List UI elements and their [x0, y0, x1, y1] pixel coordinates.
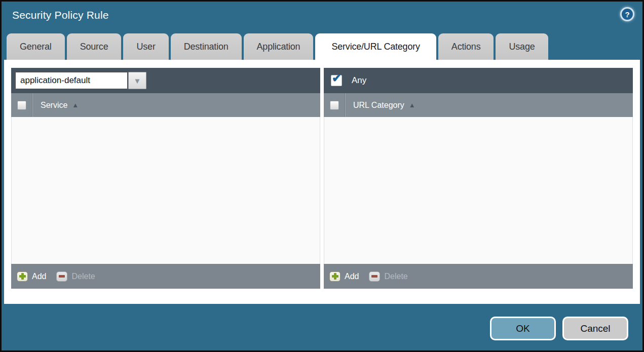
service-type-dropdown-button[interactable]: ▼ [128, 72, 146, 89]
delete-minus-icon [369, 271, 380, 282]
tab-destination[interactable]: Destination [171, 33, 242, 60]
chevron-down-icon: ▼ [134, 76, 141, 85]
url-category-delete-button[interactable]: Delete [369, 271, 407, 282]
tab-user[interactable]: User [123, 33, 168, 60]
ok-button[interactable]: OK [490, 317, 556, 340]
add-plus-icon [17, 271, 28, 282]
tab-source[interactable]: Source [67, 33, 122, 60]
url-category-table-footer: Add Delete [324, 264, 633, 289]
tab-usage[interactable]: Usage [496, 33, 548, 60]
delete-minus-icon [56, 271, 67, 282]
url-category-select-all-cell[interactable] [324, 93, 345, 117]
url-category-select-all-checkbox[interactable] [330, 101, 339, 110]
url-category-any-toggle[interactable]: ✔ Any [331, 75, 366, 86]
sort-ascending-icon[interactable]: ▲ [72, 101, 79, 109]
tab-actions[interactable]: Actions [438, 33, 494, 60]
tab-content: ▼ Service ▲ Add Delete [4, 60, 640, 304]
sort-ascending-icon[interactable]: ▲ [409, 101, 415, 109]
service-select-all-cell[interactable] [11, 93, 32, 117]
service-table-footer: Add Delete [11, 264, 320, 289]
url-category-table-body[interactable] [324, 117, 633, 264]
url-category-column-header[interactable]: URL Category [353, 101, 404, 110]
security-policy-rule-dialog: Security Policy Rule ? General Source Us… [0, 0, 644, 352]
tab-service-url-category[interactable]: Service/URL Category [315, 33, 436, 60]
url-category-panel: ✔ Any URL Category ▲ Add [324, 68, 633, 289]
service-column-header[interactable]: Service [41, 101, 67, 110]
tab-application[interactable]: Application [244, 33, 314, 60]
service-type-bar: ▼ [11, 68, 320, 93]
cancel-button[interactable]: Cancel [562, 317, 628, 340]
service-delete-button[interactable]: Delete [56, 271, 95, 282]
service-table-header: Service ▲ [11, 93, 320, 117]
dialog-title: Security Policy Rule [12, 9, 109, 21]
add-plus-icon [329, 271, 340, 282]
url-category-any-bar: ✔ Any [324, 68, 633, 93]
any-label: Any [352, 75, 366, 86]
url-category-table-header: URL Category ▲ [324, 93, 633, 117]
url-category-add-button[interactable]: Add [329, 271, 359, 282]
tab-general[interactable]: General [7, 33, 65, 60]
service-panel: ▼ Service ▲ Add Delete [11, 68, 320, 289]
dialog-actions: OK Cancel [490, 317, 628, 340]
tab-strip: General Source User Destination Applicat… [7, 33, 639, 60]
service-select-all-checkbox[interactable] [17, 101, 26, 110]
service-table-body[interactable] [11, 117, 320, 264]
any-checkbox[interactable]: ✔ [331, 75, 342, 86]
checkmark-icon: ✔ [332, 73, 341, 84]
service-type-dropdown[interactable]: ▼ [15, 72, 146, 89]
service-type-input[interactable] [15, 72, 128, 89]
help-icon[interactable]: ? [620, 7, 634, 21]
service-add-button[interactable]: Add [17, 271, 46, 282]
